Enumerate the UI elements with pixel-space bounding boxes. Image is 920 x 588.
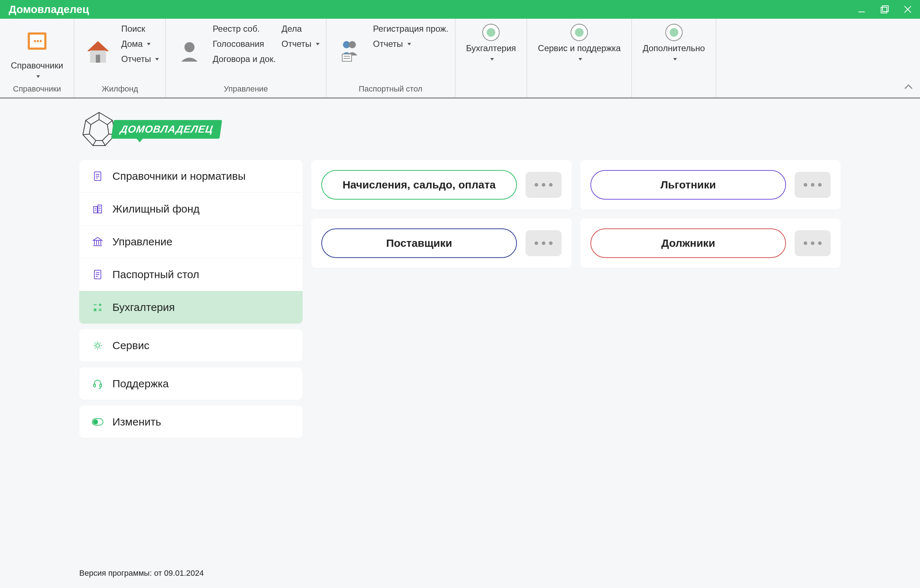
ribbon-group-label: Справочники: [13, 83, 61, 96]
sidebar-item-управление[interactable]: Управление: [79, 225, 303, 258]
ribbon-label: Бухгалтерия: [466, 43, 516, 54]
svg-marker-20: [89, 120, 109, 141]
book-icon: [20, 24, 54, 58]
sidebar-item-изменить[interactable]: Изменить: [79, 406, 303, 438]
tile: Должники: [580, 218, 841, 268]
sidebar-item-label: Бухгалтерия: [112, 301, 175, 313]
sidebar-card: Сервис: [79, 329, 303, 362]
sidebar: Справочники и нормативыЖилищный фондУпра…: [79, 160, 303, 438]
ribbon-search-button[interactable]: Поиск: [121, 24, 159, 34]
ribbon-label: Дополнительно: [643, 43, 705, 54]
sidebar-item-паспортный-стол[interactable]: Паспортный стол: [79, 258, 303, 291]
sidebar-item-справочники-и-нормативы[interactable]: Справочники и нормативы: [79, 160, 303, 193]
buildings-icon: [91, 203, 104, 215]
sidebar-item-поддержка[interactable]: Поддержка: [79, 368, 303, 400]
calc-icon: [91, 301, 104, 313]
ribbon-voting-button[interactable]: Голосования: [212, 39, 275, 49]
headset-icon: [91, 377, 104, 390]
ribbon-group-label: Жилфонд: [102, 83, 138, 96]
app-title: Домовладелец: [9, 3, 89, 16]
ribbon-group-management: Реестр соб. Голосования Договора и док. …: [166, 19, 326, 97]
ribbon-group-housing: Поиск Дома Отчеты Жилфонд: [74, 19, 166, 97]
ribbon-reports-button[interactable]: Отчеты: [121, 54, 159, 64]
ribbon-group-additional: Дополнительно: [632, 19, 716, 97]
ribbon-cases-button[interactable]: Дела: [282, 24, 319, 34]
svg-point-7: [34, 40, 36, 42]
ribbon-directories-button[interactable]: Справочники: [6, 21, 67, 82]
tile-more-button[interactable]: [526, 230, 562, 256]
svg-line-24: [102, 141, 105, 146]
svg-rect-12: [96, 55, 100, 63]
ribbon-houses-button[interactable]: Дома: [121, 39, 159, 49]
ribbon-collapse-button[interactable]: [904, 82, 914, 94]
ribbon-service-button[interactable]: Сервис и поддержка: [533, 21, 625, 65]
svg-point-9: [40, 40, 42, 42]
sidebar-item-label: Жилищный фонд: [112, 203, 199, 215]
tile-button-red[interactable]: Должники: [590, 228, 786, 258]
ribbon-group-label: Управление: [224, 83, 268, 96]
ribbon-registration-button[interactable]: Регистрация прож.: [373, 24, 449, 34]
maximize-button[interactable]: [878, 3, 891, 16]
tile-more-button[interactable]: [795, 172, 831, 198]
svg-point-61: [93, 420, 98, 424]
sidebar-item-бухгалтерия[interactable]: Бухгалтерия: [79, 291, 303, 324]
svg-rect-16: [342, 54, 351, 61]
passport-icon: [333, 35, 368, 69]
close-button[interactable]: [901, 3, 914, 16]
ribbon-mgmt-reports-button[interactable]: Отчеты: [282, 39, 319, 49]
chevron-down-icon: [671, 56, 677, 62]
tile-button-green[interactable]: Начисления, сальдо, оплата: [321, 170, 517, 199]
svg-rect-2: [883, 6, 888, 11]
ribbon-group-directories: Справочники Справочники: [0, 19, 74, 97]
svg-line-25: [93, 141, 96, 146]
ribbon-group-label: Паспортный стол: [359, 83, 423, 96]
svg-marker-39: [93, 237, 102, 240]
titlebar: Домовладелец: [0, 0, 920, 19]
toggle-icon: [91, 416, 104, 428]
ribbon-group-accounting: Бухгалтерия: [455, 19, 527, 97]
svg-point-8: [37, 40, 39, 42]
sidebar-item-сервис[interactable]: Сервис: [79, 329, 303, 362]
app-logo: ДОМОВЛАДЕЛЕЦ: [79, 110, 841, 149]
sidebar-item-жилищный-фонд[interactable]: Жилищный фонд: [79, 193, 303, 225]
ribbon-group-service: Сервис и поддержка: [527, 19, 632, 97]
ribbon-additional-button[interactable]: Дополнительно: [638, 21, 709, 65]
main-content: ДОМОВЛАДЕЛЕЦ Справочники и нормативыЖили…: [0, 99, 920, 442]
ribbon-label: Сервис и поддержка: [538, 43, 621, 54]
tile-button-navy[interactable]: Поставщики: [321, 228, 517, 258]
chevron-down-icon: [488, 56, 494, 62]
svg-line-26: [83, 134, 89, 135]
person-icon: [172, 35, 207, 69]
chevron-down-icon: [577, 56, 582, 62]
tile-more-button[interactable]: [526, 172, 562, 198]
version-footer: Версия программы: от 09.01.2024: [79, 569, 204, 578]
ribbon-accounting-button[interactable]: Бухгалтерия: [462, 21, 520, 65]
logo-badge: ДОМОВЛАДЕЛЕЦ: [111, 120, 222, 139]
ribbon-group-passport: Регистрация прож. Отчеты Паспортный стол: [326, 19, 455, 97]
svg-marker-10: [87, 41, 109, 51]
sidebar-card: Поддержка: [79, 368, 303, 400]
svg-line-22: [107, 120, 112, 125]
chevron-down-icon: [34, 73, 40, 79]
doc-icon: [91, 269, 104, 281]
ribbon-label: Справочники: [11, 60, 63, 71]
ribbon-passport-reports-button[interactable]: Отчеты: [373, 39, 449, 49]
tile-button-purple[interactable]: Льготники: [590, 170, 786, 199]
minimize-button[interactable]: [855, 3, 868, 16]
svg-point-57: [96, 344, 99, 347]
sidebar-item-label: Управление: [112, 236, 173, 248]
tile: Поставщики: [311, 218, 572, 268]
tile: Начисления, сальдо, оплата: [311, 160, 572, 210]
house-icon: [81, 35, 115, 69]
tile: Льготники: [580, 160, 841, 210]
window-controls: [855, 3, 914, 16]
ribbon-owners-registry-button[interactable]: Реестр соб.: [212, 24, 275, 34]
radio-icon: [570, 24, 588, 41]
sidebar-item-label: Изменить: [112, 416, 161, 428]
tile-more-button[interactable]: [795, 230, 831, 256]
radio-icon: [482, 24, 500, 41]
ribbon-contracts-button[interactable]: Договора и док.: [212, 54, 275, 64]
gear-icon: [91, 339, 104, 352]
sidebar-item-label: Справочники и нормативы: [112, 170, 246, 182]
sidebar-item-label: Поддержка: [112, 377, 169, 390]
